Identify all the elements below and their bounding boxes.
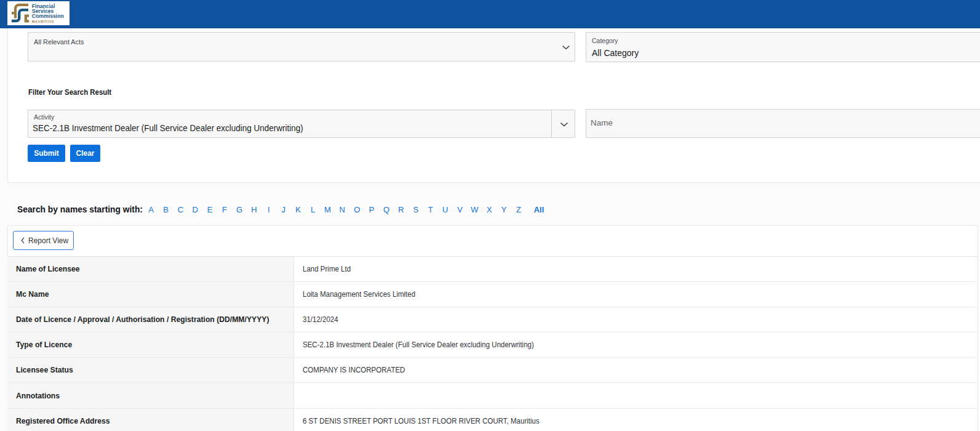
svg-text:Commission: Commission [32,13,64,19]
svg-text:MAURITIUS: MAURITIUS [32,20,55,23]
